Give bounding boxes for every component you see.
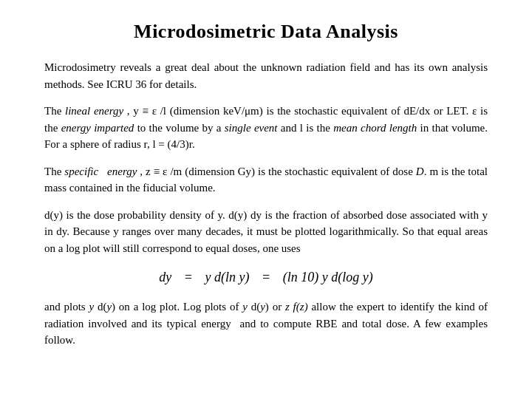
le-text-3: to the volume by a (134, 122, 224, 134)
se-text-1: The (44, 166, 64, 177)
math-formula-block: dy = y d(ln y) = (ln 10) y d(log y) (44, 270, 488, 285)
lineal-energy-term: lineal energy (65, 105, 123, 117)
final-paragraph: and plots y d(y) on a log plot. Log plot… (44, 299, 488, 349)
specific-energy-term: specific energy (64, 166, 137, 177)
fz-term: f(z) (293, 301, 308, 313)
lineal-energy-paragraph: The lineal energy , y ≡ ε /l (dimension … (44, 103, 488, 153)
math-eq1: = (180, 270, 196, 285)
final-text-1: and plots y d(y) on a log plot. Log plot… (44, 301, 293, 313)
energy-imparted-term: energy imparted (61, 122, 134, 134)
le-text-4: and l is the (278, 122, 334, 134)
le-text-1: The (44, 105, 65, 117)
math-dy: dy (159, 270, 171, 285)
math-formula: dy = y d(ln y) = (ln 10) y d(log y) (44, 270, 488, 285)
page: Microdosimetric Data Analysis Microdosim… (0, 0, 532, 399)
mean-chord-term: mean chord length (333, 122, 417, 134)
math-eq2: = (259, 270, 274, 285)
dose-prob-text: d(y) is the dose probability density of … (44, 209, 488, 254)
page-title: Microdosimetric Data Analysis (44, 21, 488, 43)
intro-text: Microdosimetry reveals a great deal abou… (44, 61, 488, 90)
single-event-term: single event (225, 122, 278, 134)
specific-energy-paragraph: The specific energy , z ≡ ε /m (dimensio… (44, 163, 488, 197)
intro-paragraph: Microdosimetry reveals a great deal abou… (44, 59, 488, 92)
math-rhs2: (ln 10) y d(log y) (283, 270, 373, 285)
dose-prob-paragraph: d(y) is the dose probability density of … (44, 207, 488, 257)
math-rhs1: y d(ln y) (205, 270, 250, 285)
